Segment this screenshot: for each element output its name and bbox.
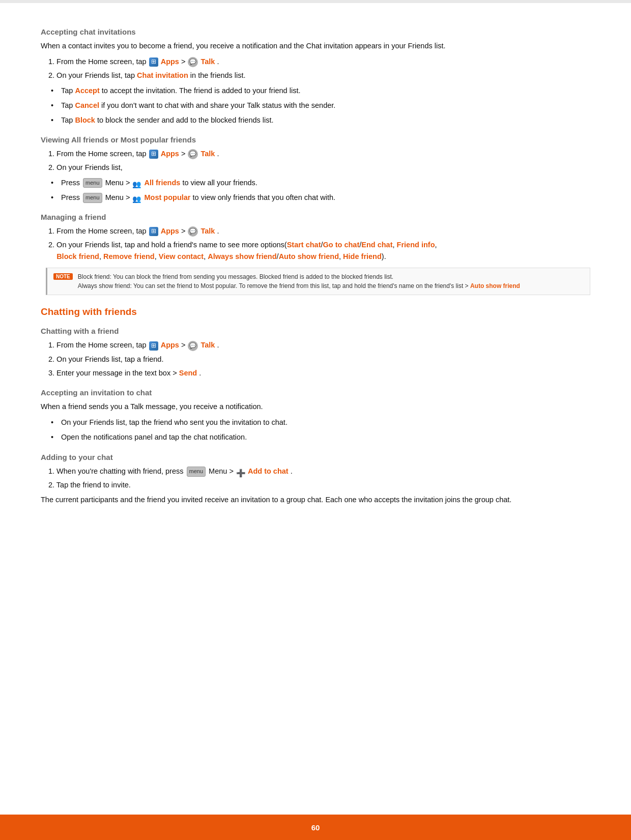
accepting-step-2: 2. On your Friends list, tap Chat invita… — [46, 70, 590, 81]
page-number: 60 — [311, 823, 320, 832]
adding-chat-outro: The current participants and the friend … — [41, 494, 590, 506]
chatting-step-1: 1. From the Home screen, tap Apps > Talk… — [46, 339, 590, 351]
accepting-chat-intro: When a contact invites you to become a f… — [41, 40, 590, 52]
accepting-bullet-2: Tap Cancel if you don't want to chat wit… — [56, 100, 590, 111]
apps-icon — [149, 57, 158, 67]
chatting-step-3: 3. Enter your message in the text box > … — [46, 367, 590, 379]
menu-badge-2: menu — [83, 193, 102, 203]
note-box: NOTE Block friend: You can block the fri… — [46, 268, 590, 295]
menu-badge-3: menu — [187, 467, 206, 477]
apps-icon-3 — [149, 227, 158, 236]
chatting-with-friends-heading: Chatting with friends — [41, 306, 590, 317]
talk-icon-2 — [188, 149, 198, 159]
talk-icon-4 — [188, 341, 198, 351]
accepting-chat-heading: Accepting chat invitations — [41, 27, 590, 36]
accepting-invitation-bullets: On your Friends list, tap the friend who… — [56, 417, 590, 443]
accepting-invitation-heading: Accepting an invitation to chat — [41, 388, 590, 397]
apps-icon-4 — [149, 341, 158, 351]
page-footer: 60 — [0, 815, 631, 840]
content-area: Accepting chat invitations When a contac… — [0, 3, 631, 815]
managing-friend-heading: Managing a friend — [41, 213, 590, 221]
page-container: Accepting chat invitations When a contac… — [0, 0, 631, 840]
accepting-inv-bullet-1: On your Friends list, tap the friend who… — [56, 417, 590, 428]
viewing-step-2: 2. On your Friends list, — [46, 162, 590, 173]
note-badge: NOTE — [53, 273, 73, 280]
viewing-bullet-2: Press menu Menu > 👥 Most popular to view… — [56, 192, 590, 204]
add-chat-icon: ➕ — [236, 467, 245, 476]
talk-icon-3 — [188, 226, 198, 237]
accepting-inv-bullet-2: Open the notifications panel and tap the… — [56, 431, 590, 443]
menu-badge-1: menu — [83, 178, 102, 188]
adding-to-chat-heading: Adding to your chat — [41, 453, 590, 461]
viewing-bullet-1: Press menu Menu > 👥 All friends to view … — [56, 177, 590, 189]
accepting-invitation-intro: When a friend sends you a Talk message, … — [41, 401, 590, 413]
note-text: Block friend: You can block the friend f… — [78, 272, 520, 291]
adding-chat-steps: 1. When you're chatting with friend, pre… — [46, 466, 590, 491]
apps-icon-2 — [149, 150, 158, 159]
accepting-step-1: 1. From the Home screen, tap Apps > Talk… — [46, 56, 590, 68]
adding-step-2: 2. Tap the friend to invite. — [46, 479, 590, 491]
viewing-step-1: 1. From the Home screen, tap Apps > Talk… — [46, 148, 590, 160]
accepting-chat-bullets: Tap Accept to accept the invitation. The… — [56, 85, 590, 127]
chatting-step-2: 2. On your Friends list, tap a friend. — [46, 354, 590, 365]
viewing-friends-heading: Viewing All friends or Most popular frie… — [41, 135, 590, 144]
viewing-friends-bullets: Press menu Menu > 👥 All friends to view … — [56, 177, 590, 204]
friends-icon-1: 👥 — [132, 179, 141, 188]
viewing-friends-steps: 1. From the Home screen, tap Apps > Talk… — [46, 148, 590, 173]
friends-icon-2: 👥 — [132, 193, 141, 202]
accepting-bullet-1: Tap Accept to accept the invitation. The… — [56, 85, 590, 97]
managing-step-1: 1. From the Home screen, tap Apps > Talk… — [46, 225, 590, 237]
adding-step-1: 1. When you're chatting with friend, pre… — [46, 466, 590, 477]
chatting-with-a-friend-heading: Chatting with a friend — [41, 327, 590, 335]
managing-friend-steps: 1. From the Home screen, tap Apps > Talk… — [46, 225, 590, 263]
talk-icon — [188, 57, 198, 67]
accepting-bullet-3: Tap Block to block the sender and add to… — [56, 114, 590, 126]
managing-step-2: 2. On your Friends list, tap and hold a … — [46, 239, 590, 263]
accepting-chat-steps: 1. From the Home screen, tap Apps > Talk… — [46, 56, 590, 81]
chatting-steps: 1. From the Home screen, tap Apps > Talk… — [46, 339, 590, 379]
